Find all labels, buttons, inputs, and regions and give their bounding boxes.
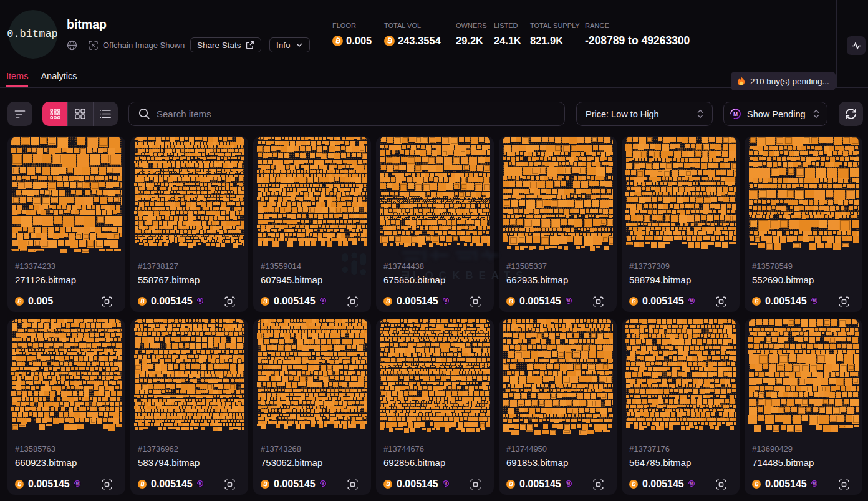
svg-text:M: M <box>690 482 693 485</box>
svg-text:M: M <box>322 299 324 303</box>
svg-text:M: M <box>733 111 738 117</box>
svg-text:M: M <box>813 299 816 303</box>
svg-text:M: M <box>690 299 693 303</box>
svg-text:M: M <box>567 299 570 303</box>
svg-text:M: M <box>199 482 201 485</box>
svg-text:M: M <box>322 482 324 485</box>
svg-text:M: M <box>445 299 447 303</box>
svg-text:M: M <box>813 482 816 485</box>
svg-text:M: M <box>567 482 570 485</box>
svg-text:M: M <box>76 482 79 485</box>
svg-text:M: M <box>199 299 201 303</box>
svg-text:M: M <box>445 482 447 485</box>
